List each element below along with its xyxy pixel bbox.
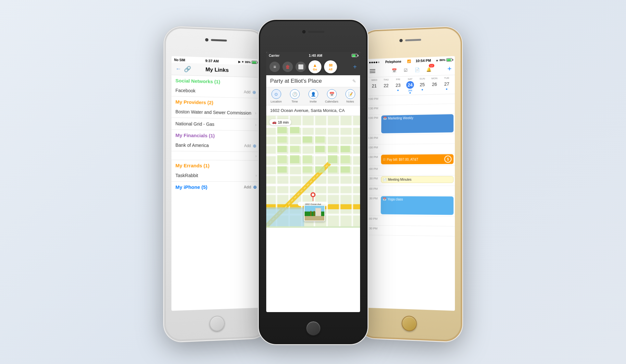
phone1-signal: ▶ ✦ bbox=[238, 60, 244, 64]
calendar-check-icon[interactable]: ☑ bbox=[401, 66, 410, 74]
phone2-power[interactable] bbox=[367, 76, 368, 94]
list-item-facebook[interactable]: Facebook Add ⊕ bbox=[171, 84, 260, 98]
time-tab-icon: 🕐 bbox=[290, 89, 299, 99]
phone3-carrier: Pelephone bbox=[385, 60, 401, 64]
calendar-plus-btn[interactable]: + bbox=[447, 65, 451, 73]
phone2-time: 1:40 AM bbox=[309, 54, 322, 57]
phone3-signal bbox=[369, 61, 379, 63]
event-title: Party at Elliot's Place bbox=[270, 78, 322, 84]
phone1-back-button[interactable]: ← bbox=[175, 66, 181, 72]
event-area-300pm: 📅 Marketing Weekly bbox=[380, 114, 455, 135]
event-pay-bill[interactable]: ☑ Pay bill: $97.00, AT&T $ bbox=[381, 154, 453, 164]
event-yoga-class[interactable]: 📅 Yoga class bbox=[381, 196, 453, 215]
section-errands: My Errands (1) bbox=[171, 160, 260, 170]
svg-rect-26 bbox=[315, 146, 324, 152]
list-item-boston-water[interactable]: Boston Water and Sewer Commission › bbox=[171, 106, 260, 119]
notes-tab-icon: 📝 bbox=[345, 89, 355, 99]
map-area: 1602 Ocean Ave 🚗 18 min bbox=[266, 116, 360, 228]
toolbar-go-btn[interactable]: ▲ Go bbox=[308, 60, 321, 73]
event-meeting-minutes[interactable]: 📄 Meeting Minutes bbox=[381, 176, 454, 183]
phone1-home-button[interactable] bbox=[209, 316, 224, 332]
calendars-tab-icon: 📅 bbox=[327, 89, 336, 99]
phone2-status-right bbox=[352, 54, 357, 57]
calendar-notes-icon[interactable]: 📄 bbox=[413, 66, 421, 74]
event-marketing-weekly[interactable]: 📅 Marketing Weekly bbox=[381, 114, 454, 133]
iphone-add-actions: Add ⊕ bbox=[244, 184, 257, 189]
bank-america-label: Bank of America bbox=[175, 142, 208, 148]
svg-rect-6 bbox=[266, 174, 360, 176]
tab-notes[interactable]: 📝 Notes bbox=[343, 89, 357, 103]
palm1 bbox=[310, 211, 311, 216]
calendar-days-header: WED 21 THU 22 FRI 23 SAT 24 JAN bbox=[366, 75, 455, 96]
phones-container: No SIM 9:37 AM ▶ ✦ 99% ← 🔗 My Links bbox=[165, 20, 462, 344]
phone1-speaker bbox=[211, 39, 227, 42]
bank-america-actions: Add ⊕ bbox=[244, 143, 256, 148]
phone-dark: Carrier 1:40 AM ≡ 🗑 ⬜ ▲ Go ✉ bbox=[259, 20, 368, 344]
calendar-day-sat[interactable]: SAT 24 JAN bbox=[404, 78, 416, 94]
phone3-battery-icon bbox=[446, 58, 452, 61]
calendar-day-sun[interactable]: SUN 25 bbox=[416, 77, 428, 93]
section-financials: My Financials (1) bbox=[171, 130, 260, 140]
tab-location[interactable]: ⊙ Location bbox=[269, 89, 283, 103]
list-item-national-grid[interactable]: National Grid - Gas › bbox=[171, 118, 260, 131]
location-photo bbox=[304, 205, 325, 221]
sat-event-dot bbox=[409, 92, 411, 93]
phone3-home-button[interactable] bbox=[402, 316, 417, 332]
toolbar-share-btn[interactable]: ⬜ bbox=[295, 62, 306, 72]
time-row-300pm: 3:00 PM 📅 Marketing Weekly bbox=[366, 114, 455, 135]
tab-invite[interactable]: 👤 Invite bbox=[306, 89, 320, 103]
phone2-status-bar: Carrier 1:40 AM bbox=[266, 52, 360, 58]
calendar-month-icon[interactable]: 📅 bbox=[390, 66, 398, 75]
photo-inner bbox=[304, 206, 324, 221]
phone3-power[interactable] bbox=[461, 79, 462, 95]
tab-time[interactable]: 🕐 Time bbox=[287, 89, 302, 103]
phone2-battery-fill bbox=[352, 55, 356, 57]
event-area-430pm: ☑ Pay bill: $97.00, AT&T $ bbox=[380, 153, 455, 165]
toolbar-trash-btn[interactable]: 🗑 bbox=[282, 62, 293, 72]
toolbar-plus-btn[interactable]: + bbox=[353, 63, 357, 71]
bank-america-chevron-row[interactable]: › bbox=[171, 151, 260, 161]
phone2-volume-down[interactable] bbox=[259, 85, 260, 96]
svg-rect-16 bbox=[339, 116, 340, 226]
calendar-notes-icon-glyph: 📄 bbox=[414, 67, 419, 72]
facebook-add-btn[interactable]: ⊕ bbox=[252, 90, 256, 95]
hamburger-line-1 bbox=[369, 69, 375, 70]
svg-rect-36 bbox=[315, 166, 324, 173]
day-label-thu: THU bbox=[383, 78, 389, 81]
time-row-700pm: 7:00 PM bbox=[365, 216, 455, 226]
svg-rect-19 bbox=[277, 127, 287, 133]
event-edit-icon[interactable]: ✎ bbox=[352, 79, 356, 84]
time-row-600pm: 6:00 PM bbox=[366, 186, 455, 196]
facebook-label: Facebook bbox=[175, 88, 195, 93]
list-item-taskrabbit[interactable]: TaskRabbit › bbox=[171, 170, 261, 182]
phone2-screen: Carrier 1:40 AM ≡ 🗑 ⬜ ▲ Go ✉ bbox=[266, 52, 360, 312]
calendar-day-tue[interactable]: TUE 27 bbox=[440, 77, 453, 93]
calendar-day-thu[interactable]: THU 22 bbox=[380, 78, 392, 94]
toolbar-all-btn[interactable]: ✉ All bbox=[324, 60, 337, 73]
pay-bill-content: ☑ Pay bill: $97.00, AT&T bbox=[383, 158, 418, 162]
calendar-menu-btn[interactable] bbox=[369, 69, 376, 73]
phone1-volume-up[interactable] bbox=[164, 73, 165, 83]
phone1-links-icon: 🔗 bbox=[184, 66, 191, 73]
time-label-300pm: 3:00 PM bbox=[366, 115, 380, 119]
calendar-bell-icon-glyph: 🔔 bbox=[426, 67, 431, 72]
tab-calendars[interactable]: 📅 Calendars bbox=[324, 89, 339, 103]
bank-add-btn[interactable]: ⊕ bbox=[253, 143, 257, 149]
toolbar-hamburger-btn[interactable]: ≡ bbox=[269, 62, 280, 72]
phone2-home-button[interactable] bbox=[306, 321, 320, 336]
calendar-day-wed[interactable]: WED 21 bbox=[368, 79, 380, 95]
calendar-day-mon[interactable]: MON 26 bbox=[428, 77, 441, 93]
yoga-icon: 📅 bbox=[382, 198, 386, 201]
event-address: 1602 Ocean Avenue, Santa Monica, CA bbox=[266, 105, 360, 116]
phone3-status-right: ▲ 86% bbox=[435, 58, 452, 62]
calendar-day-fri[interactable]: FRI 23 bbox=[392, 78, 404, 94]
phone2-volume-up[interactable] bbox=[259, 70, 260, 81]
svg-rect-32 bbox=[328, 155, 337, 163]
bank-add-label: Add bbox=[244, 143, 251, 148]
time-row-230pm: 2:30 PM bbox=[366, 104, 455, 115]
event-area-700pm bbox=[379, 216, 455, 218]
iphone-add-btn[interactable]: ⊕ bbox=[253, 184, 257, 189]
phone1-volume-down[interactable] bbox=[164, 86, 165, 97]
phone3-notch bbox=[399, 38, 421, 42]
list-item-bank-of-america[interactable]: Bank of America Add ⊕ bbox=[171, 139, 260, 152]
